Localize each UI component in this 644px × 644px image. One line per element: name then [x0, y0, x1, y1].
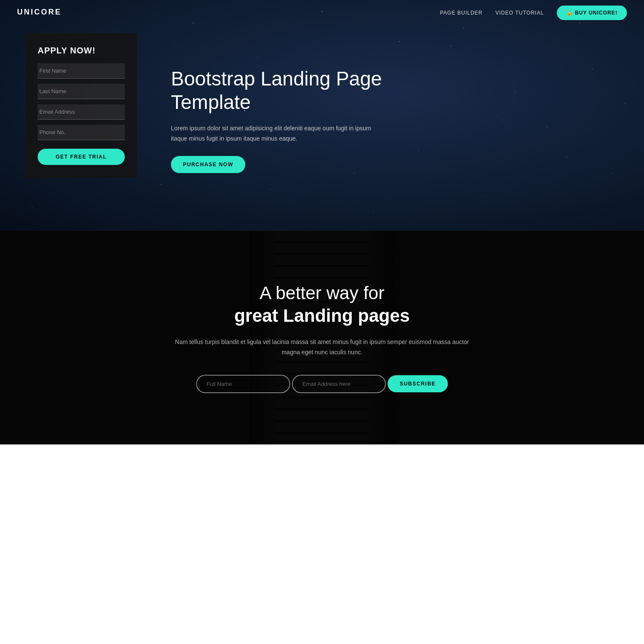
email-input[interactable] — [38, 104, 125, 120]
nav-links: PAGE BUILDER VIDEO TUTORIAL 🔒 BUY UNICOR… — [440, 9, 627, 16]
landing-section: A better way for great Landing pages Nam… — [0, 231, 644, 444]
section2-heading: A better way for great Landing pages — [173, 282, 472, 327]
nav-link-video-tutorial[interactable]: VIDEO TUTORIAL — [495, 10, 544, 16]
section2-content: A better way for great Landing pages Nam… — [173, 282, 472, 393]
nav-item-video-tutorial[interactable]: VIDEO TUTORIAL — [495, 9, 544, 16]
hero-description: Lorem ipsum dolor sit amet adipisicing e… — [171, 124, 385, 144]
hero-heading: Bootstrap Landing Page Template — [171, 67, 385, 114]
hero-section: UNICORE PAGE BUILDER VIDEO TUTORIAL 🔒 BU… — [0, 0, 644, 231]
nav-link-page-builder[interactable]: PAGE BUILDER — [440, 10, 482, 16]
nav-item-buy[interactable]: 🔒 BUY UNICORE! — [557, 9, 627, 16]
apply-form-card: APPLY NOW! GET FREE TRIAL — [26, 33, 137, 178]
hero-text: Bootstrap Landing Page Template Lorem ip… — [171, 33, 385, 173]
phone-input[interactable] — [38, 125, 125, 140]
nav-logo: UNICORE — [17, 8, 62, 17]
full-name-input[interactable] — [196, 375, 290, 393]
nav-item-page-builder[interactable]: PAGE BUILDER — [440, 9, 482, 16]
section2-description: Nam tellus turpis blandit et ligula vel … — [173, 337, 472, 358]
free-trial-button[interactable]: GET FREE TRIAL — [38, 149, 125, 165]
last-name-input[interactable] — [38, 84, 125, 99]
lock-icon: 🔒 — [566, 10, 575, 16]
nav-cta-button[interactable]: 🔒 BUY UNICORE! — [557, 6, 627, 20]
form-title: APPLY NOW! — [38, 46, 125, 56]
subscribe-form: SUBSCRIBE — [173, 375, 472, 393]
purchase-now-button[interactable]: PURCHASE NOW — [171, 156, 245, 173]
subscribe-button[interactable]: SUBSCRIBE — [388, 375, 447, 392]
navbar: UNICORE PAGE BUILDER VIDEO TUTORIAL 🔒 BU… — [0, 0, 644, 24]
hero-content: APPLY NOW! GET FREE TRIAL Bootstrap Land… — [0, 24, 644, 178]
first-name-input[interactable] — [38, 63, 125, 79]
email-address-input[interactable] — [292, 375, 386, 393]
